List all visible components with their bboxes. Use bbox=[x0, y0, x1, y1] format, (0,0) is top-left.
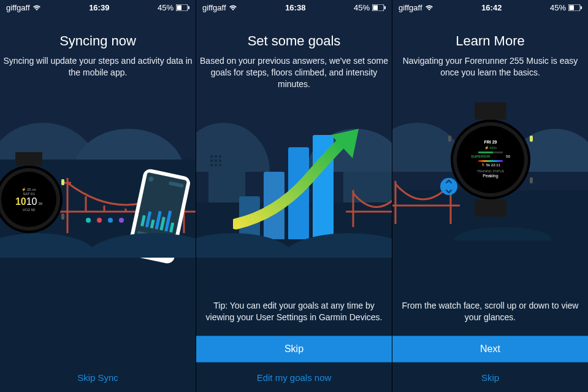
svg-rect-2 bbox=[188, 6, 189, 9]
skip-button[interactable]: Skip bbox=[392, 363, 588, 392]
scroll-indicator-icon bbox=[440, 178, 457, 195]
tip-text: From the watch face, scroll up or down t… bbox=[392, 294, 588, 336]
svg-rect-19 bbox=[570, 5, 575, 10]
battery-icon bbox=[372, 4, 386, 11]
carrier-label: giffgaff bbox=[6, 3, 30, 12]
screen-syncing: giffgaff 16:39 45% Syncing now Syncing w… bbox=[0, 0, 196, 392]
screen-goals: giffgaff 16:38 45% Set some goals Based … bbox=[196, 0, 392, 392]
wifi-icon bbox=[425, 4, 433, 11]
svg-rect-14 bbox=[373, 5, 378, 10]
battery-label: 45% bbox=[550, 3, 566, 12]
status-bar: giffgaff 16:38 45% bbox=[196, 0, 392, 15]
battery-label: 45% bbox=[158, 3, 174, 12]
svg-rect-1 bbox=[177, 5, 182, 10]
svg-rect-20 bbox=[581, 6, 582, 9]
page-subtitle: Syncing will update your steps and activ… bbox=[0, 49, 196, 79]
screen-learn-more: giffgaff 16:42 45% Learn More Navigating… bbox=[392, 0, 588, 392]
status-bar: giffgaff 16:42 45% bbox=[392, 0, 588, 15]
tip-text: Tip: You can edit your goals at any time… bbox=[196, 294, 392, 336]
clock-label: 16:38 bbox=[285, 3, 305, 12]
page-title: Syncing now bbox=[0, 33, 196, 49]
page-subtitle: Based on your previous answers, we've se… bbox=[196, 49, 392, 90]
wifi-icon bbox=[229, 4, 237, 11]
battery-icon bbox=[568, 4, 582, 11]
illustration: ⚡ 25 mi SAT 01 1010 38 VO2 50 bbox=[0, 92, 196, 392]
page-subtitle: Navigating your Forerunner 255 Music is … bbox=[392, 49, 588, 79]
battery-label: 45% bbox=[354, 3, 370, 12]
page-dots bbox=[86, 218, 124, 223]
watch-icon: FRI 29 ⚡ 96% SUPERIOR50 🏃 5k 22:11 TRAIN… bbox=[451, 120, 530, 199]
skip-sync-button[interactable]: Skip Sync bbox=[0, 363, 196, 392]
chart-icon bbox=[239, 129, 349, 239]
page-title: Learn More bbox=[392, 33, 588, 49]
clock-label: 16:42 bbox=[481, 3, 502, 12]
clock-label: 16:39 bbox=[89, 3, 109, 12]
status-bar: giffgaff 16:39 45% bbox=[0, 0, 196, 15]
battery-icon bbox=[176, 4, 189, 11]
skip-button[interactable]: Skip bbox=[196, 336, 392, 363]
carrier-label: giffgaff bbox=[399, 3, 422, 12]
wifi-icon bbox=[32, 4, 41, 11]
edit-goals-button[interactable]: Edit my goals now bbox=[196, 363, 392, 392]
page-title: Set some goals bbox=[196, 33, 392, 49]
svg-rect-15 bbox=[384, 6, 386, 9]
next-button[interactable]: Next bbox=[392, 336, 588, 363]
carrier-label: giffgaff bbox=[202, 3, 226, 12]
